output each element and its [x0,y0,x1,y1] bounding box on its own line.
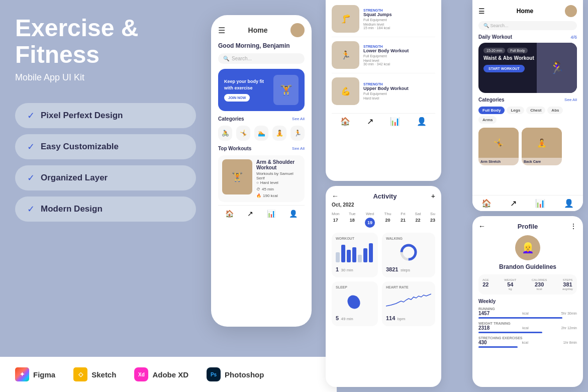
phone1-nav: 🏠 ↗ 📊 👤 [218,205,305,220]
profile-panel: ← Profile ⋮ 👱‍♀️ Brandon Guidelines AGE … [472,216,583,387]
cal-day-1[interactable]: Mon 17 [332,212,340,228]
walking-value: 3821 [386,266,398,272]
profile-menu-icon[interactable]: ⋮ [570,222,577,230]
ex-img-2: 🧘 [522,128,562,158]
join-button[interactable]: JOIN NOW [224,94,250,102]
workout-card-1[interactable]: 🏋️ Arm & Shoulder Workout Workouts by Sa… [218,155,305,202]
profile-header: ← Profile ⋮ [478,222,577,230]
ex-card-1[interactable]: 🤸 Arm Stretch [478,128,519,165]
cal-day-5[interactable]: Fri 21 [401,212,406,228]
day-label-3: Wed [366,212,374,216]
sleep-unit: 49 min [341,317,353,321]
profile-back-icon[interactable]: ← [478,222,485,230]
wl-nav-stats[interactable]: ↗ [367,117,373,126]
wl-nav-act[interactable]: 📊 [390,117,400,126]
list-item-3[interactable]: 💪 STRENGTH Upper Body Workout Full Equip… [332,77,435,109]
cal-day-2[interactable]: Tue 18 [349,212,356,228]
ph4-search[interactable]: 🔍 Search... [478,21,577,30]
ph4-nav-home[interactable]: 🏠 [481,199,492,208]
xd-tool: Xd Adobe XD [134,367,188,381]
wl-nav-home[interactable]: 🏠 [340,117,350,126]
category-4[interactable]: 🧘 [272,126,286,141]
feature-text-4: Modern Design [41,204,103,214]
start-workout-button[interactable]: START WORKOUT [483,65,525,72]
workout-value: 1 [336,266,339,272]
running-value: 1457 [478,311,489,316]
ps-steps: STEPS 381 avg/day [562,278,573,290]
ex-name-2: Back Care [522,158,562,165]
wl-nav: 🏠 ↗ 📊 👤 [332,113,435,129]
ex-card-2[interactable]: 🧘 Back Care [522,128,562,165]
search-bar[interactable]: 🔍 Search... [218,53,305,64]
ph4-nav-profile[interactable]: 👤 [564,199,574,208]
profile-stats: AGE 22 WEIGHT 54 kg CALORIES 230 kcal ST… [478,274,577,295]
back-icon[interactable]: ← [332,192,339,200]
time-icon: ⏱ [256,187,260,191]
heartrate-chart [386,291,431,311]
wl-name-3: Upper Body Workout [363,86,409,91]
heartrate-value: 114 [386,315,395,321]
ph4-cat-header: Categories See All [478,97,577,103]
category-3[interactable]: 🏊 [254,126,268,141]
wl-name-2: Lower Body Workout [363,48,409,53]
workout-bar-chart [336,242,374,262]
ph4-nav-act[interactable]: 📊 [535,199,545,208]
list-item-1[interactable]: 🦵 STRENGTH Squat Jumps Full Equipment Me… [332,5,435,37]
ph4-hamburger[interactable]: ☰ [478,7,485,15]
st-duration: 1hr 8min [563,341,577,344]
steps-unit: avg/day [562,287,573,290]
featured-workout[interactable]: 15-20 min Full Body Waist & Abs Workout … [478,43,577,93]
cal-icon: 🔥 [256,193,261,198]
day-label-2: Tue [349,212,356,216]
categories-see-all[interactable]: See All [292,117,305,121]
ph4-cat-title: Categories [478,97,505,103]
sleep-label: SLEEP [336,285,374,289]
cal-day-6[interactable]: Sat 22 [415,212,421,228]
day-label-4: Thu [384,212,391,216]
cat-chest[interactable]: Chest [526,107,545,114]
hamburger-icon: ☰ [218,26,225,35]
walking-donut [386,242,431,262]
walking-stat: WALKING 3821 steps [382,233,435,277]
category-1[interactable]: 🚴 [218,126,232,141]
wl-thumb-3: 💪 [332,77,359,105]
calendar-row: Mon 17 Tue 18 Wed 19 Thu 20 Fri 21 Sat 2… [332,212,435,228]
list-item-2[interactable]: 🏃 STRENGTH Lower Body Workout Full Equip… [332,41,435,73]
ph4-nav-stats[interactable]: ↗ [510,199,517,208]
ph4-categories: Categories See All Full Body Legs Chest … [478,97,577,124]
check-icon-4: ✓ [27,204,35,215]
cal-unit: kcal [532,287,547,290]
day-num-1: 17 [333,218,338,223]
ps-calories: CALORIES 230 kcal [532,278,547,290]
ph4-header: ☰ Home [478,5,577,17]
top-workouts-header: Top Workouts See All [218,146,305,151]
wl-nav-profile[interactable]: 👤 [417,117,427,126]
cat-arms[interactable]: Arms [478,116,497,124]
walking-label: WALKING [386,237,431,240]
cal-day-3[interactable]: Wed 19 [365,212,375,228]
workout-unit: 30 min [341,268,353,272]
cat-abs[interactable]: Abs [547,107,563,114]
nav-profile[interactable]: 👤 [289,210,298,218]
day-num-4: 20 [385,218,390,223]
sketch-tool: ◇ Sketch [73,367,116,381]
running-duration: 5hr 30min [561,312,577,315]
category-5[interactable]: 🏃 [290,126,305,141]
weight-unit: kg [504,287,516,290]
cat-legs[interactable]: Legs [507,107,524,114]
add-icon[interactable]: + [431,192,435,200]
nav-activity[interactable]: 📊 [267,210,275,218]
xd-icon: Xd [134,367,148,381]
cal-day-7[interactable]: Su 23 [430,212,435,228]
activity-header: ← Activity + [332,192,435,200]
ph4-cat-see-all[interactable]: See All [564,97,577,102]
category-2[interactable]: 🤸 [236,126,250,141]
cal-day-4[interactable]: Thu 20 [384,212,391,228]
cat-fullbody[interactable]: Full Body [478,107,505,114]
nav-stats[interactable]: ↗ [247,210,253,218]
top-workouts-see-all[interactable]: See All [292,146,305,151]
nav-home[interactable]: 🏠 [225,210,234,218]
ps-label: Photoshop [225,370,264,379]
day-label-1: Mon [332,212,340,216]
weekly-section: Weekly RUNNING 1457 kcal 5hr 30min WEIGH… [478,299,577,348]
